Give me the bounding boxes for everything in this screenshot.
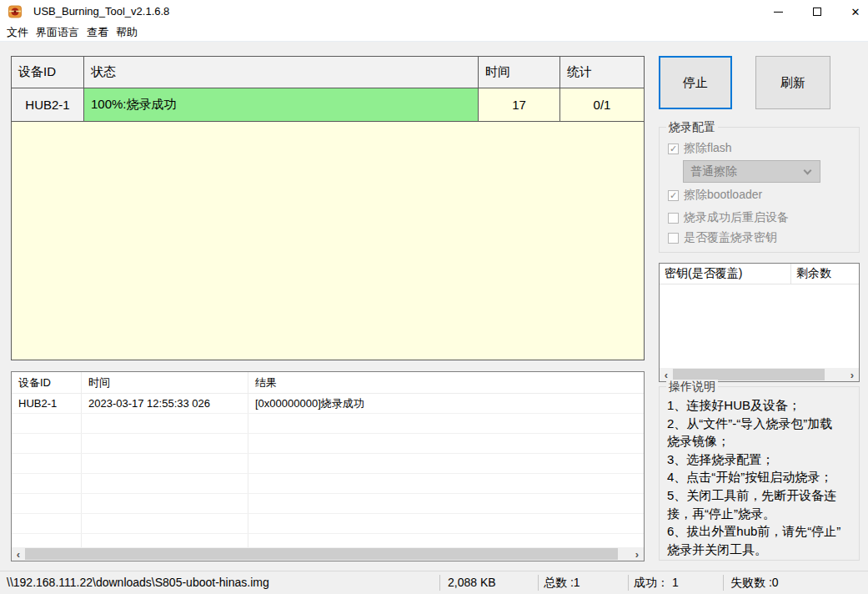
log-row[interactable]: HUB2-1 2023-03-17 12:55:33 026 [0x000000…: [12, 394, 644, 414]
minimize-icon: [774, 12, 783, 13]
key-table-header: 密钥(是否覆盖) 剩余数: [660, 264, 859, 284]
checkbox-checked-icon: ✓: [668, 143, 679, 154]
stop-button[interactable]: 停止: [659, 56, 732, 109]
instruction-line: 3、选择烧录配置；: [667, 451, 857, 469]
checkbox-unchecked-icon: [668, 213, 679, 224]
scrollbar-thumb[interactable]: [25, 548, 618, 560]
close-icon: ✕: [851, 6, 860, 18]
instruction-line: 2、从“文件”-“导入烧录包”加载: [667, 415, 857, 433]
instruction-line: 5、关闭工具前，先断开设备连: [667, 486, 857, 505]
close-button[interactable]: ✕: [841, 0, 868, 23]
erase-flash-checkbox[interactable]: ✓ 擦除flash: [668, 142, 732, 155]
header-status: 状态: [84, 57, 479, 88]
maximize-icon: [813, 8, 821, 16]
log-empty-row: [12, 474, 644, 494]
device-progress-table: 设备ID 状态 时间 统计 HUB2-1 100%:烧录成功 17 0/1: [11, 56, 645, 360]
statusbar-divider: [723, 575, 724, 591]
log-table: 设备ID 时间 结果 HUB2-1 2023-03-17 12:55:33 02…: [11, 371, 645, 561]
overwrite-key-label: 是否覆盖烧录密钥: [684, 230, 777, 245]
reboot-after-success-label: 烧录成功后重启设备: [684, 210, 789, 225]
menu-file[interactable]: 文件: [7, 25, 28, 40]
menu-help[interactable]: 帮助: [116, 25, 138, 40]
log-empty-row: [12, 514, 644, 534]
status-bar: \\192.168.111.22\downloads\S805-uboot-hi…: [0, 571, 868, 594]
statusbar-divider: [439, 575, 440, 591]
image-path-text: \\192.168.111.22\downloads\S805-uboot-hi…: [7, 571, 269, 594]
burn-stats-cell: 0/1: [560, 88, 644, 121]
statusbar-divider: [628, 575, 629, 591]
burn-config-title: 烧录配置: [666, 120, 718, 135]
header-stats: 统计: [560, 57, 644, 88]
header-time: 时间: [479, 57, 560, 88]
header-device-id: 设备ID: [12, 57, 84, 88]
instructions-title: 操作说明: [666, 380, 718, 395]
key-table: 密钥(是否覆盖) 剩余数 ‹ ›: [659, 263, 860, 382]
header-key: 密钥(是否覆盖): [660, 264, 791, 284]
log-rows: HUB2-1 2023-03-17 12:55:33 026 [0x000000…: [12, 394, 644, 547]
scroll-right-icon[interactable]: ›: [630, 547, 644, 561]
overwrite-key-checkbox[interactable]: 是否覆盖烧录密钥: [668, 231, 777, 244]
instruction-line: 4、点击“开始”按钮启动烧录；: [667, 468, 857, 486]
burn-status-cell: 100%:烧录成功: [84, 88, 479, 121]
checkbox-unchecked-icon: [668, 233, 679, 244]
header-device-id: 设备ID: [12, 372, 82, 393]
device-table-header: 设备ID 状态 时间 统计: [12, 57, 644, 88]
scroll-right-icon[interactable]: ›: [845, 368, 859, 381]
instruction-line: 接，再“停止”烧录。: [667, 505, 857, 523]
erase-flash-label: 擦除flash: [684, 141, 732, 156]
title-bar: USB_Burning_Tool_v2.1.6.8 ✕: [0, 0, 868, 23]
scrollbar-thumb[interactable]: [673, 369, 825, 380]
minimize-button[interactable]: [764, 0, 792, 23]
erase-bootloader-checkbox[interactable]: ✓ 擦除bootloader: [668, 189, 762, 202]
burn-config-group: 烧录配置 ✓ 擦除flash 普通擦除 ✓ 擦除bootloader 烧录成功后…: [659, 127, 860, 253]
instruction-line: 1、连接好HUB及设备；: [667, 396, 857, 415]
chevron-down-icon: [804, 167, 812, 175]
log-empty-row: [12, 434, 644, 454]
instructions-group: 操作说明 1、连接好HUB及设备； 2、从“文件”-“导入烧录包”加载 烧录镜像…: [659, 386, 860, 561]
scroll-left-icon[interactable]: ‹: [12, 547, 25, 561]
menu-view[interactable]: 查看: [87, 25, 108, 40]
log-time: 2023-03-17 12:55:33 026: [82, 394, 248, 413]
burn-time-cell: 17: [479, 88, 560, 121]
scrollbar-track[interactable]: [25, 547, 630, 561]
log-result: [0x00000000]烧录成功: [248, 394, 644, 413]
log-table-scrollbar[interactable]: ‹ ›: [12, 547, 644, 561]
instructions-text: 1、连接好HUB及设备； 2、从“文件”-“导入烧录包”加载 烧录镜像； 3、选…: [667, 396, 857, 556]
device-row[interactable]: HUB2-1 100%:烧录成功 17 0/1: [12, 88, 644, 122]
header-result: 结果: [248, 372, 644, 393]
image-size-text: 2,088 KB: [448, 571, 496, 594]
header-time: 时间: [82, 372, 248, 393]
erase-mode-value: 普通擦除: [690, 164, 737, 179]
instruction-line: 6、拔出外置hub前，请先“停止”: [667, 522, 857, 541]
erase-mode-dropdown[interactable]: 普通擦除: [683, 160, 820, 183]
maximize-button[interactable]: [803, 0, 831, 23]
app-icon: [8, 5, 22, 18]
window-title: USB_Burning_Tool_v2.1.6.8: [33, 0, 169, 23]
instruction-line: 烧录并关闭工具。: [667, 541, 857, 556]
refresh-button[interactable]: 刷新: [755, 56, 830, 109]
log-empty-row: [12, 454, 644, 474]
failed-count-text: 失败数 :0: [730, 571, 779, 594]
log-empty-row: [12, 494, 644, 514]
reboot-after-success-checkbox[interactable]: 烧录成功后重启设备: [668, 211, 789, 224]
total-count-text: 总数 :1: [544, 571, 580, 594]
menu-language[interactable]: 界面语言: [36, 25, 79, 40]
log-table-header: 设备ID 时间 结果: [12, 372, 644, 394]
instruction-line: 烧录镜像；: [667, 432, 857, 451]
log-device-id: HUB2-1: [12, 394, 82, 413]
erase-bootloader-label: 擦除bootloader: [684, 188, 762, 203]
success-count-text: 成功： 1: [634, 571, 679, 594]
log-empty-row: [12, 534, 644, 547]
checkbox-checked-icon: ✓: [668, 190, 679, 201]
log-empty-row: [12, 414, 644, 434]
device-id-cell: HUB2-1: [12, 88, 84, 121]
header-remaining: 剩余数: [791, 264, 859, 284]
statusbar-divider: [538, 575, 539, 591]
menu-bar: 文件 界面语言 查看 帮助: [0, 23, 868, 42]
